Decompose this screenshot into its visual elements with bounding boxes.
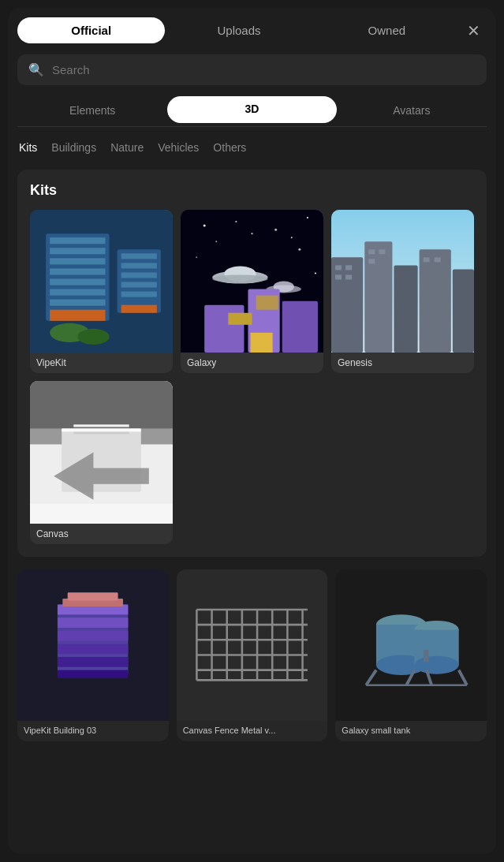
svg-rect-54 xyxy=(424,257,430,262)
close-button[interactable]: ✕ xyxy=(461,18,487,43)
svg-rect-68 xyxy=(58,631,128,641)
tab-official[interactable]: Official xyxy=(17,17,165,43)
svg-rect-6 xyxy=(50,278,105,285)
kit-item-genesis-label: Genesis xyxy=(331,353,474,373)
sub-tab-others[interactable]: Others xyxy=(213,141,246,154)
item-vipekit-building-03-label: VipeKit Building 03 xyxy=(17,721,169,741)
svg-rect-71 xyxy=(58,670,128,678)
galaxy-tank-svg xyxy=(351,584,472,705)
kit-item-genesis-image xyxy=(331,210,474,353)
svg-rect-55 xyxy=(435,257,441,262)
svg-rect-12 xyxy=(121,263,157,268)
svg-rect-70 xyxy=(58,657,128,667)
svg-rect-35 xyxy=(204,305,244,353)
sub-tab-nature[interactable]: Nature xyxy=(110,141,144,154)
svg-rect-67 xyxy=(58,618,128,628)
svg-rect-14 xyxy=(121,282,157,288)
svg-rect-47 xyxy=(335,265,342,270)
kits-section-title: Kits xyxy=(30,182,474,199)
svg-rect-99 xyxy=(423,650,427,662)
svg-rect-62 xyxy=(30,381,173,428)
item-galaxy-tank[interactable]: Galaxy small tank xyxy=(335,569,487,741)
tab-3d[interactable]: 3D xyxy=(167,96,336,123)
svg-rect-1 xyxy=(46,233,109,321)
search-input[interactable] xyxy=(52,63,476,76)
svg-rect-3 xyxy=(50,248,105,254)
svg-rect-63 xyxy=(62,428,141,431)
vipekit-thumb-svg xyxy=(30,210,173,353)
svg-point-28 xyxy=(315,272,316,274)
svg-rect-2 xyxy=(50,237,105,244)
kits-section: Kits xyxy=(17,170,487,557)
svg-line-94 xyxy=(366,670,376,685)
kit-item-canvas[interactable]: Canvas xyxy=(30,381,173,544)
kit-item-canvas-image xyxy=(30,381,173,524)
svg-rect-42 xyxy=(331,257,363,353)
kit-item-vipekit[interactable]: VipeKit xyxy=(30,210,173,373)
item-galaxy-tank-image xyxy=(335,569,487,721)
svg-rect-10 xyxy=(118,249,161,312)
kit-item-galaxy-image xyxy=(181,210,323,353)
genesis-thumb-svg xyxy=(331,210,474,353)
tab-avatars[interactable]: Avatars xyxy=(337,96,487,126)
item-galaxy-tank-label: Galaxy small tank xyxy=(335,721,487,741)
svg-rect-46 xyxy=(453,269,474,353)
kit-item-galaxy-label: Galaxy xyxy=(181,353,323,373)
kits-grid: VipeKit xyxy=(30,210,474,544)
svg-rect-43 xyxy=(364,241,392,353)
svg-rect-7 xyxy=(50,289,105,296)
item-canvas-fence-label: Canvas Fence Metal v... xyxy=(177,721,328,741)
item-canvas-fence[interactable]: Canvas Fence Metal v... xyxy=(177,569,328,741)
search-icon: 🔍 xyxy=(28,62,44,77)
svg-line-97 xyxy=(458,670,466,685)
svg-point-93 xyxy=(414,656,458,674)
svg-rect-15 xyxy=(121,292,157,297)
tab-uploads[interactable]: Uploads xyxy=(165,17,312,43)
main-panel: Official Uploads Owned ✕ 🔍 Elements 3D A… xyxy=(8,8,496,854)
svg-rect-51 xyxy=(368,249,375,254)
svg-rect-4 xyxy=(50,258,105,264)
svg-point-29 xyxy=(291,237,293,238)
tab-owned[interactable]: Owned xyxy=(313,17,461,43)
sub-tab-buildings[interactable]: Buildings xyxy=(51,141,96,154)
svg-rect-45 xyxy=(420,249,451,353)
kit-item-genesis[interactable]: Genesis xyxy=(331,210,474,373)
svg-rect-37 xyxy=(282,301,318,353)
tab-elements[interactable]: Elements xyxy=(17,96,167,126)
item-vipekit-building-03-image xyxy=(17,569,169,721)
vipekit-b03-svg xyxy=(32,584,153,705)
svg-point-23 xyxy=(307,217,308,218)
svg-point-27 xyxy=(196,256,197,258)
svg-rect-49 xyxy=(335,274,342,279)
sub-tab-kits[interactable]: Kits xyxy=(19,141,37,154)
svg-rect-8 xyxy=(50,300,105,306)
search-bar: 🔍 xyxy=(17,54,487,85)
svg-point-21 xyxy=(235,221,237,222)
sub-filter-tabs: Kits Buildings Nature Vehicles Others xyxy=(17,138,487,157)
svg-point-20 xyxy=(203,225,206,227)
svg-rect-38 xyxy=(228,313,252,325)
svg-rect-64 xyxy=(73,424,129,427)
galaxy-thumb-svg xyxy=(181,210,323,353)
top-tabs-bar: Official Uploads Owned ✕ xyxy=(17,17,487,43)
svg-point-22 xyxy=(274,229,277,231)
kit-item-canvas-label: Canvas xyxy=(30,524,173,544)
svg-rect-48 xyxy=(345,265,352,270)
item-vipekit-building-03[interactable]: VipeKit Building 03 xyxy=(17,569,169,741)
svg-rect-50 xyxy=(345,274,352,279)
svg-point-24 xyxy=(215,241,217,242)
svg-rect-61 xyxy=(30,504,173,524)
canvas-thumb-svg xyxy=(30,381,173,524)
svg-rect-44 xyxy=(394,265,417,353)
svg-rect-16 xyxy=(121,305,157,313)
standalone-items-grid: VipeKit Building 03 xyxy=(17,569,487,741)
svg-point-26 xyxy=(298,248,301,251)
svg-rect-39 xyxy=(256,296,278,310)
svg-rect-73 xyxy=(68,592,118,600)
kit-item-vipekit-image xyxy=(30,210,173,353)
sub-tab-vehicles[interactable]: Vehicles xyxy=(158,141,199,154)
svg-rect-13 xyxy=(121,272,157,278)
kit-item-galaxy[interactable]: Galaxy xyxy=(181,210,323,373)
svg-point-18 xyxy=(77,329,109,345)
item-canvas-fence-image xyxy=(177,569,328,721)
